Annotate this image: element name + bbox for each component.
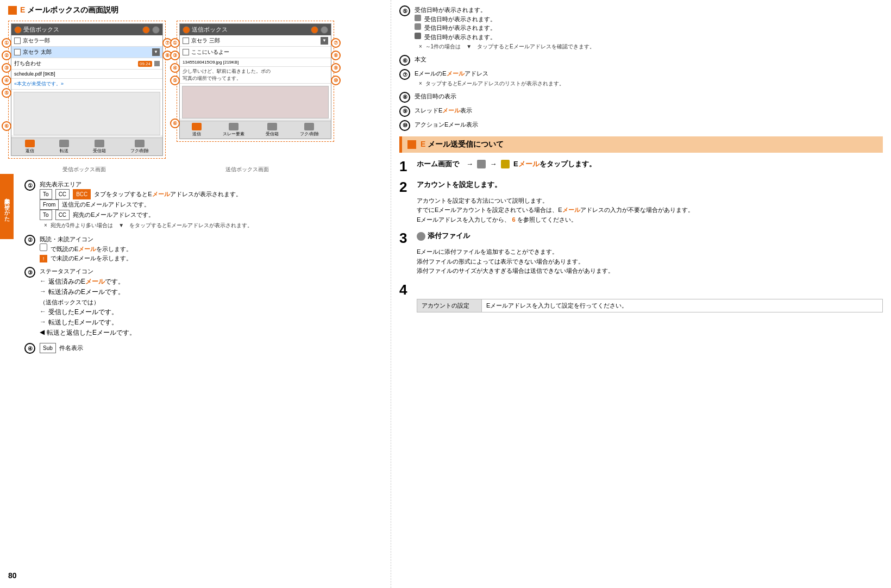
right-5-line3: 受信日時が表示されます。 bbox=[415, 23, 883, 33]
arrow-right-icon-1: → bbox=[40, 287, 46, 295]
cc-tag-2: CC bbox=[55, 210, 70, 220]
sub-text-3-5: 転送と返信したEメールです。 bbox=[47, 328, 136, 337]
dropdown-icon[interactable]: ▼ bbox=[152, 48, 160, 56]
inbox-list: 京セラ一郎 京セラ 太郎 ▼ 打ち合わせ 09.24 bbox=[11, 35, 162, 135]
inbox-title: 受信ボックス bbox=[23, 26, 59, 34]
right-item-7-content: EメールのEメールアドレス タップするとEメールアドレスのリストが表示されます。 bbox=[415, 69, 883, 89]
desc-item-1-title: 宛先表示エリア bbox=[40, 180, 382, 189]
outbox-mailbox: 送信ボックス 京セラ 三郎 ▼ bbox=[179, 23, 331, 139]
right-3-line1: Eメールに添付ファイルを追加することができます。 bbox=[417, 247, 883, 257]
right-numbered-4: 4 アカウントの設定 Eメールアドレスを入力して設定を行ってください。 bbox=[399, 283, 883, 312]
section-header: E メールボックスの画面説明 bbox=[8, 5, 382, 15]
right-6-text: 本文 bbox=[415, 55, 883, 64]
right-5-line2: 受信日時が表示されます。 bbox=[415, 15, 883, 24]
right-3-line3: 添付ファイルのサイズが大きすぎる場合は送信できない場合があります。 bbox=[417, 266, 883, 276]
right-item-10-content: アクションEメール表示 bbox=[415, 120, 883, 129]
outbox-inbox-label: 受信箱 bbox=[266, 131, 279, 137]
outbox-toolbar-inbox[interactable]: 受信箱 bbox=[266, 123, 279, 137]
outbox-toolbar: 送信 スレー要素 受信箱 フク/削除 bbox=[180, 121, 331, 139]
circle-num-1: ① bbox=[24, 180, 35, 191]
mailbox-labels-row: 受信ボックス画面 送信ボックス画面 bbox=[8, 164, 382, 173]
mail-item-4[interactable]: schedule.pdf [9KB] bbox=[11, 70, 162, 79]
section-title: E メールボックスの画面説明 bbox=[20, 5, 118, 15]
right-section-title: E メール送受信について bbox=[421, 140, 504, 149]
arrow-right-icon-2: → bbox=[40, 318, 46, 326]
circle-num-9: ⑨ bbox=[399, 106, 410, 117]
check-read-icon bbox=[40, 243, 47, 251]
right-item-9-content: スレッドEメール表示 bbox=[415, 106, 883, 115]
inbox-label: 受信箱 bbox=[93, 148, 106, 154]
mail-item-3[interactable]: 打ち合わせ 09.24 bbox=[11, 58, 162, 70]
mail-content-area bbox=[14, 92, 160, 135]
toolbar-forward[interactable]: 転送 bbox=[59, 140, 69, 154]
mail-item-5[interactable]: «本文が未受信です。» bbox=[11, 79, 162, 90]
outbox-delete-icon bbox=[304, 123, 314, 130]
right-item-5-content: 受信日時が表示されます。 受信日時が表示されます。 受信日時が表示されます。 受… bbox=[415, 5, 883, 52]
circle-num-3: ③ bbox=[24, 267, 35, 278]
to-tag-2: To bbox=[40, 210, 52, 220]
sub-item-3-4: → 転送したEメールです。 bbox=[40, 318, 382, 327]
toolbar-delete[interactable]: フク/削除 bbox=[130, 140, 149, 154]
inbox-label-text: 受信ボックス画面 bbox=[8, 166, 160, 173]
outbox-toolbar-thread[interactable]: スレー要素 bbox=[223, 123, 244, 137]
section-title-text: メールボックスの画面説明 bbox=[27, 5, 118, 14]
right-num-3-header: 3 添付ファイル bbox=[399, 231, 883, 245]
right-2-line3: Eメールアドレスを入力してから、 6 を参照してください。 bbox=[417, 215, 883, 225]
desc-item-1: ① 宛先表示エリア To CC BCC タブをタップするとEメールアドレスが表示… bbox=[24, 180, 382, 230]
right-panel: ⑤ 受信日時が表示されます。 受信日時が表示されます。 受信日時が表示されます。… bbox=[391, 0, 891, 588]
right-table-4: アカウントの設定 Eメールアドレスを入力して設定を行ってください。 bbox=[417, 299, 883, 312]
desc-item-2-title: 既読・未読アイコン bbox=[40, 235, 382, 244]
outbox-image-area bbox=[182, 86, 329, 118]
link-text: «本文が未受信です。» bbox=[14, 80, 160, 87]
delete-label: フク/削除 bbox=[130, 148, 149, 154]
description-section: ① 宛先表示エリア To CC BCC タブをタップするとEメールアドレスが表示… bbox=[24, 180, 382, 354]
inbox-icon bbox=[95, 140, 104, 147]
send-label: 送信 bbox=[192, 131, 201, 137]
home-icon-inline bbox=[477, 160, 486, 168]
file-name: schedule.pdf [9KB] bbox=[14, 71, 160, 77]
sub-item-3-2: → 転送済みのEメールです。 bbox=[40, 287, 382, 297]
callout-4: ④ bbox=[2, 76, 11, 85]
outbox-item-1[interactable]: 京セラ 三郎 ▼ bbox=[180, 35, 331, 47]
toolbar-inbox[interactable]: 受信箱 bbox=[93, 140, 106, 154]
outbox-list: 京セラ 三郎 ▼ ここにいるよー 13455180415O9.jpg [219K… bbox=[180, 35, 331, 118]
mail-icon-small bbox=[14, 26, 22, 34]
right-title-3: 添付ファイル bbox=[417, 231, 470, 241]
thread-label: スレー要素 bbox=[223, 131, 244, 137]
sub-text-3-2: 転送済みのEメールです。 bbox=[48, 287, 124, 297]
right-num-2-header: 2 アカウントを設定します。 bbox=[399, 180, 883, 194]
reply-label: 返信 bbox=[26, 148, 34, 154]
section-letter-e: E bbox=[20, 5, 25, 14]
callout-6-right: ⑥ bbox=[170, 118, 180, 128]
outbox-inbox-icon bbox=[267, 123, 277, 130]
desc-item-1-to-cc: To CC 宛先のEメールアドレスです。 bbox=[40, 210, 382, 220]
header-btn-2[interactable] bbox=[152, 26, 160, 34]
right-item-7: ⑦ EメールのEメールアドレス タップするとEメールアドレスのリストが表示されま… bbox=[399, 69, 883, 89]
bcc-tag: BCC bbox=[73, 189, 91, 199]
inbox-toolbar: 返信 転送 受信箱 フク/削除 bbox=[11, 137, 162, 155]
outbox-toolbar-delete[interactable]: フク/削除 bbox=[300, 123, 318, 137]
sub-text-3-note: （送信ボックスでは） bbox=[40, 298, 382, 307]
mail-envelope-icon bbox=[14, 37, 21, 44]
outbox-header-btn-2[interactable] bbox=[321, 26, 328, 34]
inbox-header: 受信ボックス bbox=[11, 24, 162, 35]
sub-item-3-1: ← 返信済みのEメールです。 bbox=[40, 277, 382, 286]
desc-item-3: ③ ステータスアイコン ← 返信済みのEメールです。 → 転送済みのEメールです… bbox=[24, 267, 382, 339]
outbox-header-btn-1[interactable] bbox=[311, 26, 318, 34]
header-btn-1[interactable] bbox=[142, 26, 150, 34]
send-icon bbox=[192, 123, 202, 130]
right-section-title-text: メール送受信について bbox=[428, 140, 504, 148]
mail-item-1[interactable]: 京セラ一郎 bbox=[11, 35, 162, 47]
to-tag: To bbox=[40, 189, 52, 199]
forward-icon bbox=[59, 140, 69, 147]
mail-item-2[interactable]: 京セラ 太郎 ▼ bbox=[11, 47, 162, 58]
toolbar-reply[interactable]: 返信 bbox=[25, 140, 35, 154]
outbox-dashed-box: 送信ボックス 京セラ 三郎 ▼ bbox=[177, 21, 334, 142]
outbox-toolbar-send[interactable]: 送信 bbox=[192, 123, 202, 137]
right-5-note: ～1件の場合は ▼ タップするとEメールアドレスを確認できます。 bbox=[419, 42, 883, 51]
outbox-item-3[interactable]: 13455180415O9.jpg [219KB] bbox=[180, 58, 331, 67]
arrow-left-icon-1: ← bbox=[40, 277, 46, 285]
outbox-dropdown-icon[interactable]: ▼ bbox=[321, 37, 328, 45]
outbox-item-2[interactable]: ここにいるよー bbox=[180, 47, 331, 58]
outbox-envelope-2 bbox=[183, 49, 189, 55]
